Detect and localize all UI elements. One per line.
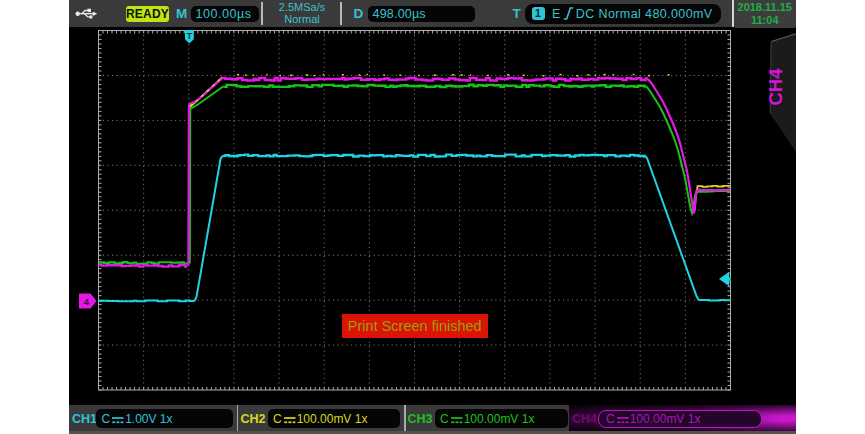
svg-text:4: 4 (84, 296, 90, 307)
svg-text:T: T (186, 30, 192, 41)
